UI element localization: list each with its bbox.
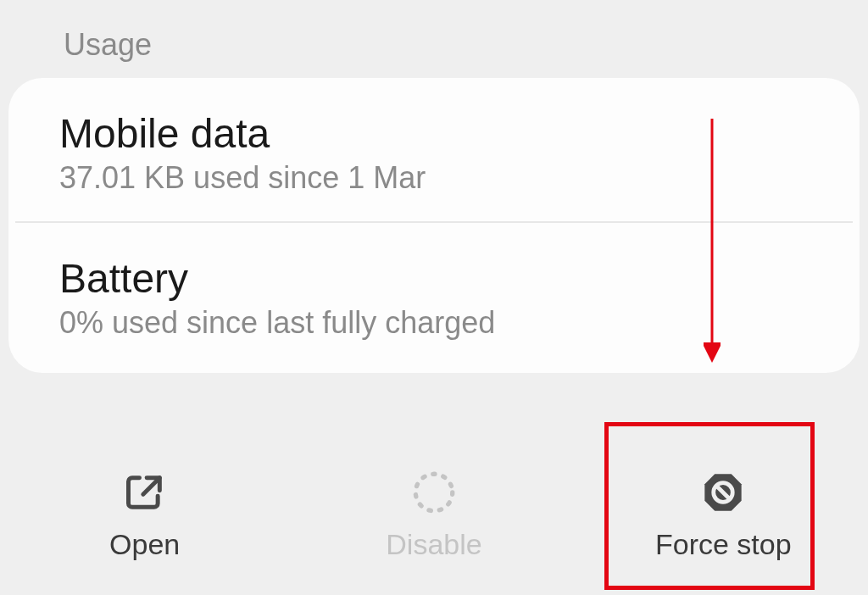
- mobile-data-title: Mobile data: [59, 112, 809, 157]
- mobile-data-row[interactable]: Mobile data 37.01 KB used since 1 Mar: [8, 78, 860, 221]
- section-header-usage: Usage: [0, 0, 868, 78]
- mobile-data-subtitle: 37.01 KB used since 1 Mar: [59, 160, 809, 196]
- disable-button[interactable]: Disable: [289, 434, 578, 595]
- usage-card: Mobile data 37.01 KB used since 1 Mar Ba…: [8, 78, 860, 373]
- disable-icon: [409, 469, 459, 516]
- open-label: Open: [109, 528, 180, 561]
- force-stop-label: Force stop: [655, 528, 792, 561]
- open-button[interactable]: Open: [0, 434, 289, 595]
- battery-title: Battery: [59, 257, 809, 302]
- battery-row[interactable]: Battery 0% used since last fully charged: [15, 221, 853, 366]
- svg-line-0: [142, 477, 159, 494]
- force-stop-icon: [701, 469, 745, 516]
- battery-subtitle: 0% used since last fully charged: [59, 305, 809, 341]
- disable-label: Disable: [386, 528, 481, 561]
- force-stop-button[interactable]: Force stop: [579, 434, 868, 595]
- bottom-action-bar: Open Disable Force stop: [0, 434, 868, 595]
- svg-point-1: [415, 474, 453, 511]
- open-icon: [123, 469, 167, 516]
